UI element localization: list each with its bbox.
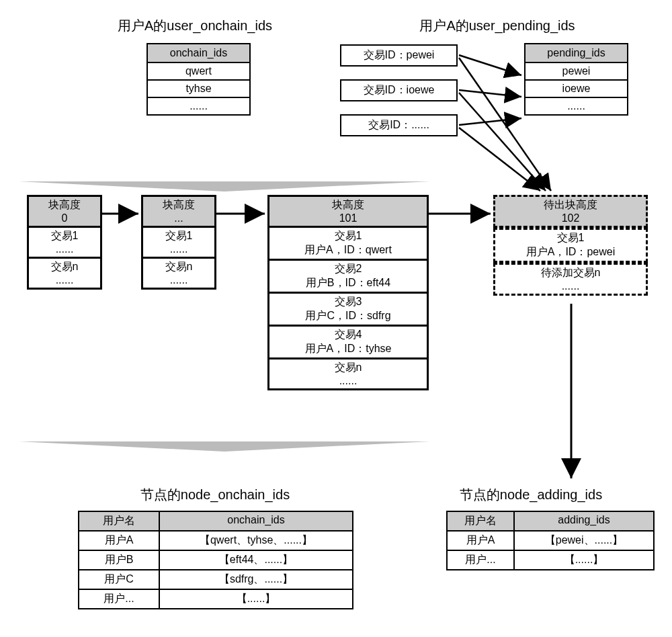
td-user: 用户B — [79, 551, 160, 570]
td-ids: 【eft44、......】 — [160, 551, 352, 570]
block-head: 块高度0 — [27, 195, 102, 228]
block-cell: 交易1用户A，ID：pewei — [493, 228, 648, 263]
block-cell: 交易1...... — [27, 228, 102, 259]
arrow-icon — [459, 128, 540, 191]
bracket-top-icon — [19, 181, 430, 192]
onchain-id-row: qwert — [148, 63, 249, 81]
block-head: 待出块高度102 — [493, 195, 648, 228]
td-ids: 【......】 — [515, 551, 653, 569]
th-user: 用户名 — [448, 512, 515, 532]
block-cell: 交易1用户A，ID：qwert — [267, 228, 429, 261]
td-ids: 【qwert、tyhse、......】 — [160, 532, 352, 551]
td-ids: 【sdfrg、......】 — [160, 570, 352, 590]
title-node-onchain: 节点的node_onchain_ids — [121, 486, 309, 504]
arrow-icon — [459, 90, 521, 97]
block-head: 块高度... — [141, 195, 216, 228]
td-user: 用户A — [79, 532, 160, 551]
block-cell: 交易1...... — [141, 228, 216, 259]
pending-id-row: ...... — [526, 98, 627, 114]
pending-ids-header: pending_ids — [526, 44, 627, 63]
onchain-id-row: tyhse — [148, 81, 249, 98]
title-user-onchain: 用户A的user_onchain_ids — [101, 17, 289, 35]
onchain-id-row: ...... — [148, 98, 249, 114]
arrow-icon — [459, 118, 521, 125]
block-cell: 交易4用户A，ID：tyhse — [267, 327, 429, 359]
block-cell: 交易n...... — [141, 259, 216, 290]
block-101: 块高度101 交易1用户A，ID：qwert 交易2用户B，ID：eft44 交… — [267, 195, 429, 390]
node-adding-table: 用户名 adding_ids 用户A【pewei、......】 用户...【.… — [446, 511, 655, 570]
block-0: 块高度0 交易1...... 交易n...... — [27, 195, 102, 290]
th-ids: adding_ids — [515, 512, 653, 532]
th-user: 用户名 — [79, 512, 160, 532]
tx-id-box: 交易ID：pewei — [340, 44, 458, 67]
block-cell: 交易3用户C，ID：sdfrg — [267, 294, 429, 327]
td-user: 用户C — [79, 570, 160, 590]
block-cell: 交易2用户B，ID：eft44 — [267, 261, 429, 294]
pending-id-row: pewei — [526, 63, 627, 81]
node-onchain-table: 用户名 onchain_ids 用户A【qwert、tyhse、......】 … — [78, 511, 353, 609]
td-ids: 【pewei、......】 — [515, 532, 653, 551]
bracket-bottom-icon — [19, 441, 430, 452]
td-user: 用户... — [448, 551, 515, 569]
onchain-ids-table: onchain_ids qwert tyhse ...... — [146, 43, 251, 116]
block-head: 块高度101 — [267, 195, 429, 228]
block-102-pending: 待出块高度102 交易1用户A，ID：pewei 待添加交易n...... — [493, 195, 648, 296]
pending-ids-table: pending_ids pewei ioewe ...... — [524, 43, 628, 116]
block-cell: 待添加交易n...... — [493, 263, 648, 296]
td-user: 用户A — [448, 532, 515, 551]
block-dots: 块高度... 交易1...... 交易n...... — [141, 195, 216, 290]
tx-id-box: 交易ID：...... — [340, 114, 458, 136]
title-user-pending: 用户A的user_pending_ids — [403, 17, 591, 35]
arrow-icon — [459, 55, 521, 75]
tx-id-box: 交易ID：ioewe — [340, 79, 458, 101]
onchain-ids-header: onchain_ids — [148, 44, 249, 63]
block-cell: 交易n...... — [27, 259, 102, 290]
pending-id-row: ioewe — [526, 81, 627, 98]
title-node-adding: 节点的node_adding_ids — [437, 486, 625, 504]
th-ids: onchain_ids — [160, 512, 352, 532]
td-user: 用户... — [79, 590, 160, 608]
block-cell: 交易n...... — [267, 359, 429, 390]
td-ids: 【......】 — [160, 590, 352, 608]
